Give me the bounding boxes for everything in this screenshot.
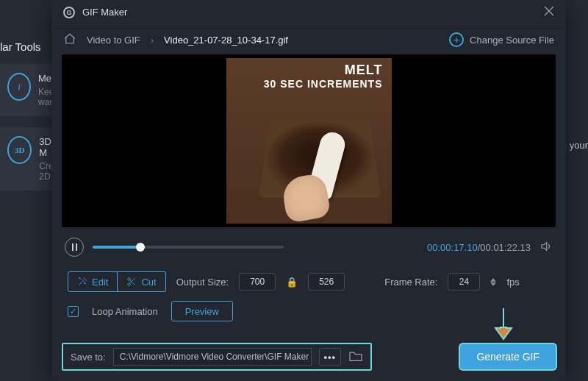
browse-button[interactable]: •••: [319, 348, 341, 366]
3d-icon: 3D: [7, 136, 32, 164]
svg-point-1: [128, 283, 131, 286]
preview-button[interactable]: Preview: [171, 301, 233, 321]
app-logo-icon: G: [63, 7, 75, 18]
gif-maker-dialog: G GIF Maker Video to GIF › Video_21-07-2…: [51, 0, 566, 381]
close-button[interactable]: [544, 6, 554, 18]
dialog-title: GIF Maker: [82, 7, 127, 18]
pause-button[interactable]: [65, 238, 84, 257]
cut-button[interactable]: Cut: [118, 271, 165, 292]
svg-point-0: [128, 278, 131, 281]
time-display: 00:00:17.10/00:01:22.13: [427, 242, 531, 253]
chevron-right-icon: ›: [151, 35, 154, 46]
fps-label: fps: [506, 277, 519, 288]
scissors-icon: [126, 277, 137, 287]
output-size-label: Output Size:: [176, 277, 229, 288]
overlay-line2: 30 SEC INCREMENTS: [264, 78, 383, 90]
breadcrumb-file: Video_21-07-28_10-34-17.gif: [164, 35, 288, 46]
change-source-label: Change Source File: [470, 35, 554, 46]
overlay-line1: MELT: [264, 63, 383, 78]
save-to-panel: Save to: C:\Vidmore\Vidmore Video Conver…: [62, 343, 372, 371]
frame-rate-stepper[interactable]: [490, 278, 496, 286]
output-height-input[interactable]: [308, 273, 345, 291]
frame-rate-label: Frame Rate:: [384, 277, 437, 288]
wand-icon: [77, 277, 87, 287]
pause-icon: [72, 243, 77, 251]
lock-icon[interactable]: 🔒: [286, 277, 298, 288]
loop-label: Loop Animation: [92, 306, 158, 317]
output-width-input[interactable]: [239, 273, 276, 291]
seek-slider[interactable]: [93, 246, 284, 249]
info-icon: i: [7, 73, 31, 101]
video-preview: MELT 30 SEC INCREMENTS: [62, 54, 556, 227]
home-icon[interactable]: [63, 32, 76, 48]
plus-circle-icon: +: [449, 32, 464, 47]
save-to-label: Save to:: [71, 352, 106, 363]
current-time: 00:00:17.10: [427, 242, 478, 253]
edit-button[interactable]: Edit: [68, 271, 118, 292]
save-path-field[interactable]: C:\Vidmore\Vidmore Video Converter\GIF M…: [113, 348, 312, 366]
frame-rate-input[interactable]: [448, 273, 480, 291]
generate-gif-button[interactable]: Generate GIF: [460, 344, 556, 369]
loop-checkbox[interactable]: ✓: [68, 306, 79, 317]
breadcrumb-root[interactable]: Video to GIF: [87, 35, 140, 46]
volume-button[interactable]: [539, 240, 553, 255]
change-source-button[interactable]: + Change Source File: [449, 32, 554, 47]
open-folder-button[interactable]: [348, 350, 363, 364]
